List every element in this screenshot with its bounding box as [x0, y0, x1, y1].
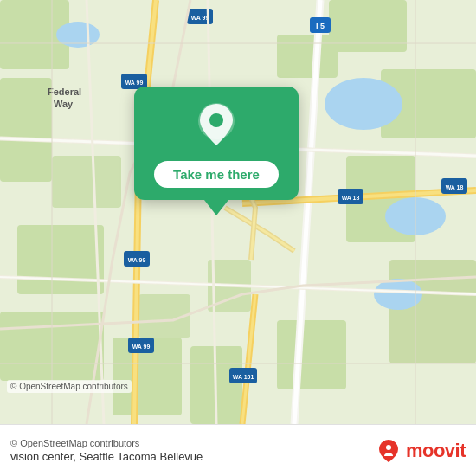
svg-text:Way: Way — [54, 99, 74, 109]
map-container[interactable]: I 5 WA 99 WA 99 WA 99 WA 99 WA 18 WA 18 … — [0, 0, 476, 424]
svg-text:WA 99: WA 99 — [132, 344, 151, 350]
location-label: vision center, Seattle Tacoma Bellevue — [10, 450, 376, 463]
svg-point-16 — [325, 78, 402, 130]
svg-text:WA 99: WA 99 — [125, 80, 144, 86]
svg-point-52 — [386, 445, 391, 450]
svg-text:WA 99: WA 99 — [191, 15, 209, 21]
svg-rect-2 — [0, 78, 52, 182]
svg-text:WA 99: WA 99 — [128, 257, 146, 263]
popup-tail — [204, 200, 228, 215]
svg-rect-8 — [17, 225, 104, 294]
svg-rect-13 — [52, 156, 121, 208]
moovit-brand-text: moovit — [406, 440, 466, 462]
moovit-pin-icon — [376, 439, 401, 463]
svg-text:WA 161: WA 161 — [233, 374, 254, 380]
svg-text:WA 18: WA 18 — [446, 184, 464, 190]
svg-rect-12 — [277, 320, 346, 389]
svg-text:I 5: I 5 — [316, 22, 325, 30]
map-popup: Take me there — [134, 87, 299, 215]
svg-point-51 — [209, 113, 223, 127]
svg-rect-3 — [329, 0, 407, 52]
take-me-there-button[interactable]: Take me there — [154, 161, 279, 188]
location-pin-icon — [196, 102, 236, 151]
svg-text:Federal: Federal — [48, 87, 81, 97]
attribution-text: © OpenStreetMap contributors — [10, 438, 376, 448]
bottom-bar: © OpenStreetMap contributors vision cent… — [0, 424, 476, 476]
moovit-logo[interactable]: moovit — [376, 439, 466, 463]
svg-text:WA 18: WA 18 — [342, 195, 360, 201]
osm-attribution: © OpenStreetMap contributors — [7, 380, 132, 393]
popup-card: Take me there — [134, 87, 299, 200]
svg-rect-4 — [277, 35, 338, 78]
svg-rect-7 — [389, 260, 476, 363]
